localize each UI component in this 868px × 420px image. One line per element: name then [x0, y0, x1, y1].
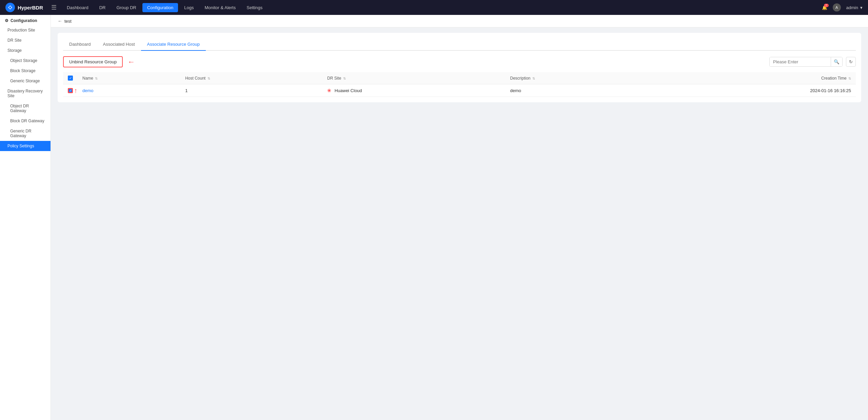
search-box: 🔍: [769, 57, 843, 67]
row-description: demo: [506, 84, 648, 97]
logo: HyperBDR: [5, 3, 43, 12]
sidebar-item-storage[interactable]: Storage: [0, 45, 51, 56]
avatar: A: [833, 3, 841, 12]
sort-dr-site-icon[interactable]: ⇅: [343, 77, 346, 80]
nav-settings[interactable]: Settings: [242, 3, 267, 12]
breadcrumb-text: test: [64, 19, 72, 24]
search-icon: 🔍: [834, 59, 840, 64]
back-button[interactable]: ←: [58, 18, 62, 24]
sidebar-item-production-site[interactable]: Production Site: [0, 25, 51, 35]
nav-items: Dashboard DR Group DR Configuration Logs…: [62, 3, 819, 12]
tab-dashboard[interactable]: Dashboard: [63, 38, 97, 51]
refresh-icon: ↻: [849, 59, 853, 64]
nav-dashboard[interactable]: Dashboard: [62, 3, 93, 12]
arrow-right-icon: ←: [127, 58, 135, 66]
col-creation-time: Creation Time ⇅: [647, 72, 856, 84]
row-host-count: 1: [180, 84, 322, 97]
sort-name-icon[interactable]: ⇅: [95, 77, 98, 80]
select-all-checkbox[interactable]: ✓: [68, 76, 73, 81]
sidebar-section-title: ⚙ Configuration: [0, 15, 51, 25]
sort-creation-time-icon[interactable]: ⇅: [848, 77, 851, 80]
col-description: Description ⇅: [506, 72, 648, 84]
nav-configuration[interactable]: Configuration: [142, 3, 178, 12]
table-row: ✓ ↑ demo 1 ❀ Huawei Clo: [63, 84, 856, 97]
huawei-cloud-icon: ❀: [327, 88, 331, 93]
sidebar-item-generic-dr-gateway[interactable]: Generic DR Gateway: [0, 126, 51, 141]
table-wrap: ✓ Name ⇅ Host Count ⇅: [63, 72, 856, 97]
row-creation-time: 2024-01-16 16:16:25: [647, 84, 856, 97]
col-dr-site: DR Site ⇅: [322, 72, 506, 84]
sidebar-item-policy-settings[interactable]: Policy Settings: [0, 141, 51, 151]
svg-point-1: [9, 6, 11, 8]
nav-logs[interactable]: Logs: [179, 3, 198, 12]
col-name: Name ⇅: [78, 72, 180, 84]
row-arrow-indicator: ↑: [74, 87, 77, 94]
nav-monitor-alerts[interactable]: Monitor & Alerts: [200, 3, 240, 12]
table-header: ✓ Name ⇅ Host Count ⇅: [63, 72, 856, 84]
col-host-count: Host Count ⇅: [180, 72, 322, 84]
nav-dr[interactable]: DR: [95, 3, 111, 12]
sidebar-item-object-storage[interactable]: Object Storage: [0, 56, 51, 66]
tab-associated-host[interactable]: Associated Host: [97, 38, 141, 51]
layout: ⚙ Configuration Production Site DR Site …: [0, 15, 868, 420]
toolbar: Unbind Resource Group ← 🔍 ↻: [63, 56, 856, 67]
sidebar-item-block-storage[interactable]: Block Storage: [0, 66, 51, 76]
search-input[interactable]: [770, 57, 831, 66]
nav-group-dr[interactable]: Group DR: [112, 3, 141, 12]
tabs: Dashboard Associated Host Associate Reso…: [63, 38, 856, 51]
logo-icon: [5, 3, 15, 12]
sidebar-item-dr-site[interactable]: DR Site: [0, 35, 51, 45]
row-checkbox-demo[interactable]: ✓: [68, 88, 73, 93]
notification-bell[interactable]: 🔔 7: [822, 5, 827, 10]
tab-associate-resource-group[interactable]: Associate Resource Group: [141, 38, 206, 51]
sort-host-count-icon[interactable]: ⇅: [208, 77, 210, 80]
main: ← test Dashboard Associated Host Associa…: [51, 15, 868, 420]
row-dr-site: ❀ Huawei Cloud: [322, 84, 506, 97]
search-button[interactable]: 🔍: [831, 57, 842, 66]
row-name-demo[interactable]: demo: [82, 88, 94, 93]
sidebar: ⚙ Configuration Production Site DR Site …: [0, 15, 51, 420]
sort-description-icon[interactable]: ⇅: [532, 77, 535, 80]
unbind-resource-group-button[interactable]: Unbind Resource Group: [63, 56, 123, 67]
sidebar-item-generic-storage[interactable]: Generic Storage: [0, 76, 51, 86]
topnav: HyperBDR ☰ Dashboard DR Group DR Configu…: [0, 0, 868, 15]
username: admin: [846, 5, 858, 10]
sidebar-item-disastery-recovery-site[interactable]: Disastery Recovery Site: [0, 86, 51, 101]
sidebar-item-object-dr-gateway[interactable]: Object DR Gateway: [0, 101, 51, 116]
content-area: Dashboard Associated Host Associate Reso…: [51, 27, 868, 420]
chevron-down-icon: ▾: [860, 5, 863, 10]
user-menu[interactable]: admin ▾: [846, 5, 863, 10]
gear-icon: ⚙: [5, 18, 8, 23]
breadcrumb: ← test: [51, 15, 868, 27]
main-card: Dashboard Associated Host Associate Reso…: [58, 33, 861, 102]
topnav-right: 🔔 7 A admin ▾: [822, 3, 863, 12]
hamburger-icon[interactable]: ☰: [51, 4, 57, 11]
app-name: HyperBDR: [18, 5, 43, 10]
resource-group-table: ✓ Name ⇅ Host Count ⇅: [63, 72, 856, 97]
table-body: ✓ ↑ demo 1 ❀ Huawei Clo: [63, 84, 856, 97]
refresh-button[interactable]: ↻: [846, 57, 856, 67]
bell-badge: 7: [824, 4, 829, 7]
sidebar-item-block-dr-gateway[interactable]: Block DR Gateway: [0, 116, 51, 126]
